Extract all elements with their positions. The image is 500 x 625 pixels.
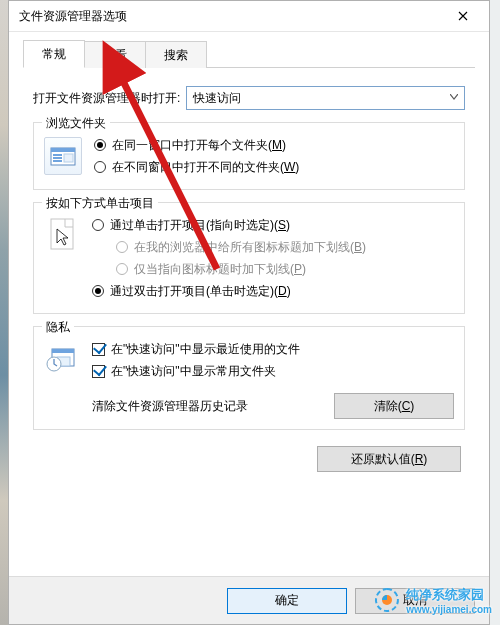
radio-icon	[94, 139, 106, 151]
tab-search[interactable]: 搜索	[145, 41, 207, 68]
ok-button[interactable]: 确定	[227, 588, 347, 614]
check-recent-files[interactable]: 在"快速访问"中显示最近使用的文件	[92, 339, 454, 359]
checkbox-icon	[92, 365, 105, 378]
radio-single-click[interactable]: 通过单击打开项目(指向时选定)(S)	[92, 215, 454, 235]
restore-defaults-button[interactable]: 还原默认值(R)	[317, 446, 461, 472]
radio-own-window[interactable]: 在不同窗口中打开不同的文件夹(W)	[94, 157, 454, 177]
group-click-items: 按如下方式单击项目 通过单击打开项目(指向时选定)(S)	[33, 202, 465, 314]
group-browse-legend: 浏览文件夹	[42, 115, 110, 132]
group-privacy-legend: 隐私	[42, 319, 74, 336]
check-frequent-folders[interactable]: 在"快速访问"中显示常用文件夹	[92, 361, 454, 381]
chevron-down-icon	[450, 94, 458, 100]
tab-row: 常规 查看 搜索	[23, 40, 475, 68]
group-click-legend: 按如下方式单击项目	[42, 195, 158, 212]
svg-rect-8	[52, 349, 74, 353]
radio-same-window[interactable]: 在同一窗口中打开每个文件夹(M)	[94, 135, 454, 155]
group-privacy: 隐私 在"快速访问"中显示最近使用的文件	[33, 326, 465, 430]
radio-icon	[92, 285, 104, 297]
cancel-button[interactable]: 取消	[355, 588, 475, 614]
folders-window-icon	[44, 137, 82, 175]
recent-files-icon	[44, 341, 80, 377]
svg-rect-4	[53, 160, 62, 162]
svg-rect-5	[64, 154, 73, 162]
radio-icon	[94, 161, 106, 173]
clear-history-button[interactable]: 清除(C)	[334, 393, 454, 419]
tab-general[interactable]: 常规	[23, 40, 85, 68]
svg-rect-1	[51, 148, 75, 152]
radio-underline-point: 仅当指向图标标题时加下划线(P)	[116, 259, 454, 279]
open-with-row: 打开文件资源管理器时打开: 快速访问	[33, 86, 465, 110]
radio-underline-all: 在我的浏览器中给所有图标标题加下划线(B)	[116, 237, 454, 257]
open-with-value: 快速访问	[193, 90, 241, 107]
open-with-select[interactable]: 快速访问	[186, 86, 465, 110]
tab-panel-general: 打开文件资源管理器时打开: 快速访问 浏览文件夹	[9, 68, 489, 484]
checkbox-icon	[92, 343, 105, 356]
clear-history-label: 清除文件资源管理器历史记录	[92, 398, 334, 415]
window-title: 文件资源管理器选项	[19, 8, 443, 25]
cursor-icon	[44, 217, 80, 253]
close-icon	[458, 11, 468, 21]
tab-view[interactable]: 查看	[84, 41, 146, 68]
folder-options-window: 文件资源管理器选项 常规 查看 搜索 打开文件资源管理器时打开: 快速访问 浏览…	[8, 0, 490, 625]
radio-icon	[92, 219, 104, 231]
svg-rect-2	[53, 154, 62, 156]
group-browse-folders: 浏览文件夹 在同一窗口中打开每个文件夹(M)	[33, 122, 465, 190]
svg-rect-3	[53, 157, 62, 159]
close-button[interactable]	[443, 4, 483, 28]
open-with-label: 打开文件资源管理器时打开:	[33, 90, 180, 107]
dialog-action-row: 确定 取消	[9, 576, 489, 624]
radio-double-click[interactable]: 通过双击打开项目(单击时选定)(D)	[92, 281, 454, 301]
titlebar: 文件资源管理器选项	[9, 1, 489, 32]
radio-icon	[116, 241, 128, 253]
radio-icon	[116, 263, 128, 275]
